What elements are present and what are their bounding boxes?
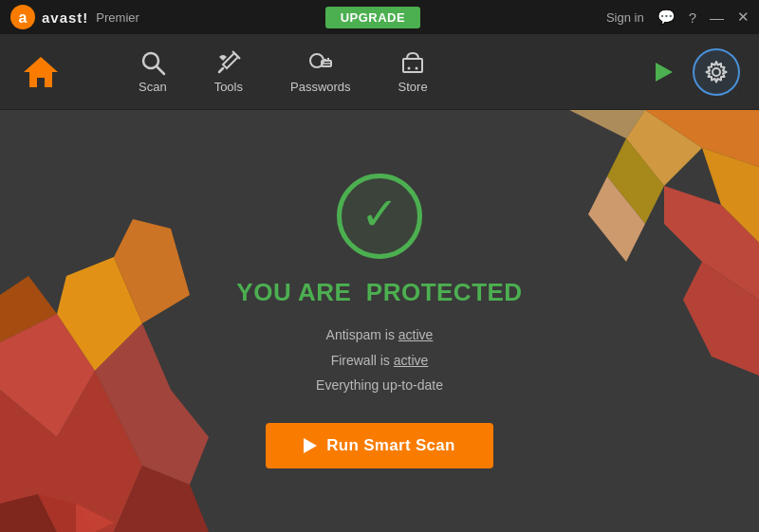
svg-marker-2 [24, 57, 58, 87]
brand-name: avast! [42, 9, 88, 26]
firewall-active-link[interactable]: active [394, 353, 429, 368]
play-icon [656, 63, 673, 82]
avast-logo: a avast! Premier [9, 4, 139, 30]
nav-item-passwords[interactable]: Passwords [271, 42, 370, 101]
status-lines: Antispam is active Firewall is active Ev… [316, 322, 443, 398]
run-smart-scan-button[interactable]: Run Smart Scan [266, 423, 493, 468]
svg-line-4 [157, 66, 164, 74]
center-content: ✓ YOU ARE PROTECTED Antispam is active F… [0, 110, 759, 532]
svg-point-13 [408, 67, 411, 70]
close-icon[interactable]: ✕ [737, 9, 750, 26]
scan-btn-label: Run Smart Scan [326, 436, 455, 455]
home-icon [22, 55, 60, 89]
nav-item-store[interactable]: Store [380, 42, 447, 101]
upgrade-button[interactable]: UPGRADE [325, 7, 421, 28]
antispam-label: Antispam is [326, 327, 398, 342]
passwords-icon [307, 49, 334, 76]
protected-pre: YOU ARE [236, 278, 351, 306]
status-check-circle: ✓ [337, 174, 422, 259]
antispam-active-link[interactable]: active [398, 327, 434, 342]
title-bar-left: a avast! Premier [9, 4, 139, 30]
check-icon: ✓ [361, 192, 398, 237]
title-bar-right: Sign in 💬 ? — ✕ [606, 9, 750, 26]
title-bar: a avast! Premier UPGRADE Sign in 💬 ? — ✕ [0, 0, 759, 34]
nav-items: Scan Tools Passwords [120, 42, 647, 101]
scan-play-icon [304, 438, 317, 453]
protected-heading: YOU ARE PROTECTED [236, 278, 522, 307]
update-status: Everything up-to-date [316, 373, 443, 398]
minimize-icon[interactable]: — [710, 9, 724, 26]
settings-button[interactable] [693, 48, 740, 96]
update-label: Everything up-to-date [316, 377, 443, 393]
main-content: ✓ YOU ARE PROTECTED Antispam is active F… [0, 110, 759, 532]
tools-icon [215, 49, 242, 76]
nav-item-scan[interactable]: Scan [120, 42, 186, 101]
scan-label: Scan [139, 80, 167, 94]
upgrade-area: UPGRADE [325, 7, 421, 28]
store-label: Store [398, 80, 428, 94]
store-icon [399, 49, 426, 76]
antispam-status: Antispam is active [316, 322, 443, 348]
sign-in-link[interactable]: Sign in [606, 10, 644, 25]
protected-highlight: PROTECTED [366, 278, 523, 306]
help-icon[interactable]: ? [689, 9, 696, 26]
play-button[interactable] [647, 55, 681, 89]
nav-item-tools[interactable]: Tools [195, 42, 262, 101]
scan-icon [139, 49, 166, 76]
svg-text:a: a [19, 9, 28, 26]
avast-logo-icon: a [9, 4, 36, 30]
svg-point-15 [713, 68, 720, 76]
svg-point-14 [416, 67, 418, 70]
settings-gear-icon [704, 60, 729, 84]
chat-icon[interactable]: 💬 [657, 9, 676, 26]
svg-rect-12 [403, 59, 422, 72]
tier-label: Premier [96, 10, 139, 25]
nav-right [647, 48, 740, 96]
firewall-label: Firewall is [331, 353, 394, 368]
passwords-label: Passwords [290, 80, 351, 94]
home-button[interactable] [19, 50, 63, 94]
firewall-status: Firewall is active [316, 348, 443, 374]
tools-label: Tools [214, 80, 243, 94]
nav-bar: Scan Tools Passwords [0, 34, 759, 110]
svg-line-5 [219, 68, 223, 72]
